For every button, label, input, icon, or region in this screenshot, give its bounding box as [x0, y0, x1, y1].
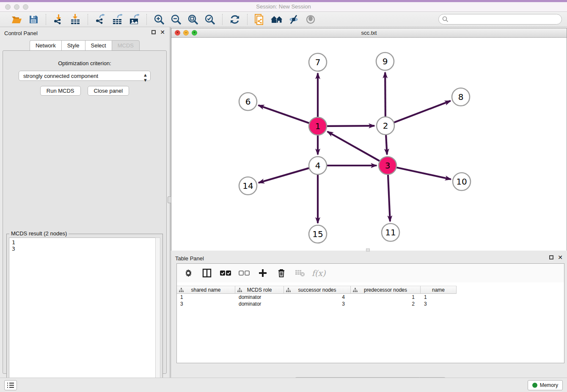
node-label-15: 15 — [312, 229, 323, 239]
mcds-result-scrollbar[interactable] — [155, 237, 160, 392]
column-header-predecessor-nodes[interactable]: predecessor nodes — [351, 286, 421, 294]
memory-button[interactable]: Memory — [528, 380, 563, 390]
close-panel-button[interactable]: Close panel — [88, 86, 129, 96]
edge-3-10[interactable] — [396, 167, 451, 179]
node-table: f(x) shared nameMCDS rolesuccessor nodes… — [176, 263, 564, 363]
node-label-3: 3 — [385, 160, 391, 171]
zoom-out-icon[interactable] — [170, 14, 182, 25]
tab-mcds[interactable]: MCDS — [112, 40, 140, 51]
cell-predecessor-nodes[interactable]: 2 — [351, 301, 421, 307]
cell-MCDS-role[interactable]: dominator — [235, 301, 284, 307]
optimization-criterion-dropdown[interactable]: strongly connected component ▲▼ — [19, 71, 151, 81]
list-icon — [7, 382, 14, 388]
edge-3-1[interactable] — [328, 132, 380, 161]
hide-selected-icon[interactable] — [287, 14, 300, 25]
zoom-fit-icon[interactable] — [187, 14, 199, 25]
column-header-name[interactable]: name — [421, 286, 457, 294]
node-label-8: 8 — [458, 92, 464, 102]
memory-label: Memory — [540, 382, 558, 388]
column-header-shared-name[interactable]: shared name — [177, 286, 235, 294]
tab-style[interactable]: Style — [61, 40, 85, 51]
status-bar: Memory — [0, 378, 567, 392]
table-rows: 1dominator4113dominator323 — [177, 294, 564, 307]
node-label-11: 11 — [385, 227, 396, 237]
run-mcds-button[interactable]: Run MCDS — [40, 86, 81, 96]
zoom-selected-icon[interactable] — [204, 14, 216, 25]
export-table-icon[interactable] — [111, 14, 124, 25]
close-table-panel-icon[interactable]: ✕ — [558, 255, 563, 260]
edge-2-9[interactable] — [385, 72, 385, 117]
network-window-titlebar[interactable]: ✕ − + scc.txt — [171, 28, 567, 38]
node-label-10: 10 — [456, 177, 467, 187]
deselect-all-checkboxes-icon[interactable] — [239, 268, 250, 279]
add-column-icon[interactable] — [257, 268, 268, 279]
column-header-MCDS-role[interactable]: MCDS role — [235, 286, 284, 294]
search-icon — [442, 16, 449, 22]
edge-2-8[interactable] — [394, 101, 451, 122]
edge-1-6[interactable] — [259, 105, 310, 123]
float-panel-icon[interactable] — [151, 30, 156, 34]
edge-2-3[interactable] — [386, 135, 387, 155]
network-graph[interactable]: 1234678910111415 — [171, 38, 567, 251]
network-canvas[interactable]: 1234678910111415 — [171, 38, 567, 251]
split-columns-icon[interactable] — [201, 268, 212, 279]
window-title: Session: New Session — [0, 3, 567, 10]
network-from-selection-icon[interactable] — [253, 14, 266, 25]
cell-predecessor-nodes[interactable]: 1 — [351, 294, 421, 301]
select-all-checkboxes-icon[interactable] — [220, 268, 231, 279]
edge-4-14[interactable] — [259, 168, 309, 183]
export-network-icon[interactable] — [94, 14, 107, 25]
table-row[interactable]: 1dominator411 — [177, 294, 564, 301]
close-panel-icon[interactable]: ✕ — [160, 30, 165, 35]
dropdown-stepper-icon: ▲▼ — [143, 72, 147, 83]
network-view-window: ✕ − + scc.txt 1234678910111415 — [171, 28, 567, 251]
show-all-icon[interactable] — [304, 14, 317, 25]
node-label-9: 9 — [383, 56, 388, 66]
delete-table-icon — [295, 268, 306, 279]
table-header-row: shared nameMCDS rolesuccessor nodesprede… — [177, 286, 564, 294]
import-table-icon[interactable] — [69, 14, 82, 25]
control-panel-tabs: NetworkStyleSelectMCDS — [0, 40, 169, 51]
control-panel: Control Panel ✕ NetworkStyleSelectMCDS O… — [0, 27, 169, 378]
mcds-result-group: MCDS result (2 nodes) 1 3 — [6, 234, 163, 392]
application-window: Session: New Session — [0, 0, 567, 392]
hierarchy-icon — [353, 288, 358, 293]
table-panel: Table Panel ✕ — [171, 252, 567, 378]
delete-column-icon[interactable] — [276, 268, 287, 279]
home-icon[interactable] — [270, 14, 283, 25]
mcds-result-textarea[interactable]: 1 3 — [9, 237, 160, 392]
main-toolbar — [0, 12, 567, 27]
table-row[interactable]: 3dominator323 — [177, 301, 564, 307]
tab-select[interactable]: Select — [85, 40, 112, 51]
main-titlebar: Session: New Session — [0, 0, 567, 12]
cell-shared-name[interactable]: 3 — [177, 301, 235, 307]
float-table-panel-icon[interactable] — [549, 255, 553, 259]
hierarchy-icon — [179, 288, 184, 293]
node-label-6: 6 — [245, 97, 251, 107]
tab-network[interactable]: Network — [30, 40, 61, 51]
edge-1-2[interactable] — [327, 126, 374, 126]
cell-name[interactable]: 1 — [421, 294, 457, 301]
cell-MCDS-role[interactable]: dominator — [235, 294, 284, 301]
export-image-icon[interactable] — [128, 14, 140, 25]
show-task-history-button[interactable] — [4, 380, 17, 390]
search-input[interactable] — [451, 16, 556, 22]
hierarchy-icon — [237, 288, 242, 293]
zoom-in-icon[interactable] — [153, 14, 165, 25]
node-label-1: 1 — [315, 121, 321, 131]
edge-3-11[interactable] — [388, 174, 390, 221]
open-session-icon[interactable] — [10, 14, 23, 25]
function-builder-icon: f(x) — [313, 268, 324, 279]
cell-successor-nodes[interactable]: 4 — [284, 294, 351, 301]
cell-name[interactable]: 3 — [421, 301, 457, 307]
save-session-icon[interactable] — [27, 14, 40, 25]
table-settings-icon[interactable] — [183, 268, 194, 279]
network-resize-handle[interactable] — [366, 248, 370, 251]
column-header-successor-nodes[interactable]: successor nodes — [284, 286, 351, 294]
optimization-criterion-label: Optimization criterion: — [3, 60, 166, 66]
apply-layout-icon[interactable] — [228, 14, 241, 25]
import-network-icon[interactable] — [52, 14, 65, 25]
search-box[interactable] — [438, 14, 562, 25]
cell-successor-nodes[interactable]: 3 — [284, 301, 351, 307]
cell-shared-name[interactable]: 1 — [177, 294, 235, 301]
